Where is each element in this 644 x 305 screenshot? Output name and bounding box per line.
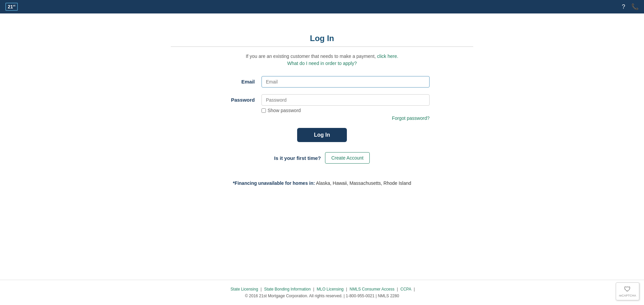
main-content: Log In If you are an existing customer t…: [0, 13, 644, 280]
divider: [171, 46, 473, 47]
password-row: Password Show password Forgot password?: [214, 94, 430, 121]
footer-links: State Licensing | State Bonding Informat…: [7, 287, 637, 292]
forgot-password-row: Forgot password?: [261, 115, 430, 121]
email-label: Email: [214, 76, 261, 84]
footer: State Licensing | State Bonding Informat…: [0, 280, 644, 305]
first-time-text: Is it your first time?: [274, 155, 321, 161]
login-button-row: Log In: [214, 128, 430, 142]
password-label: Password: [214, 94, 261, 103]
what-do-i-need-link[interactable]: What do I need in order to apply?: [287, 61, 357, 66]
footer-nmls-link[interactable]: NMLS Consumer Access: [350, 287, 394, 292]
page-title: Log In: [310, 34, 334, 43]
first-time-row: Is it your first time? Create Account: [214, 152, 430, 164]
email-row: Email: [214, 76, 430, 88]
recaptcha-label: reCAPTCHA: [619, 294, 636, 297]
email-input[interactable]: [261, 76, 430, 88]
footer-state-bonding-link[interactable]: State Bonding Information: [264, 287, 311, 292]
recaptcha-badge: 🛡 reCAPTCHA: [616, 282, 639, 300]
login-button[interactable]: Log In: [297, 128, 347, 142]
login-form: Email Password Show password Forgot pass…: [214, 76, 430, 193]
logo-box: 21st: [5, 3, 18, 11]
click-here-link[interactable]: click here.: [377, 54, 398, 59]
subtitle-text: If you are an existing customer that nee…: [246, 54, 398, 59]
logo-text: 21: [8, 4, 13, 9]
financing-states: Alaska, Hawaii, Massachusetts, Rhode Isl…: [316, 180, 411, 186]
footer-state-licensing-link[interactable]: State Licensing: [231, 287, 258, 292]
footer-copyright: © 2016 21st Mortgage Corporation. All ri…: [7, 294, 637, 298]
password-field-group: Show password Forgot password?: [261, 94, 430, 121]
email-field-group: [261, 76, 430, 88]
show-password-checkbox[interactable]: [261, 108, 266, 113]
footer-mlo-licensing-link[interactable]: MLO Licensing: [317, 287, 344, 292]
header-icons: ? 📞: [622, 3, 639, 10]
phone-icon[interactable]: 📞: [631, 3, 639, 10]
recaptcha-logo: 🛡: [624, 285, 631, 293]
password-input[interactable]: [261, 94, 430, 106]
financing-note: *Financing unavailable for homes in: Ala…: [214, 180, 430, 186]
help-icon[interactable]: ?: [622, 3, 625, 10]
header-logo: 21st: [5, 3, 18, 11]
create-account-button[interactable]: Create Account: [325, 152, 370, 164]
show-password-row: Show password: [261, 108, 430, 113]
show-password-label[interactable]: Show password: [268, 108, 301, 113]
financing-note-prefix: *Financing unavailable for homes in:: [233, 180, 315, 186]
forgot-password-link[interactable]: Forgot password?: [392, 115, 430, 121]
footer-ccpa-link[interactable]: CCPA: [400, 287, 411, 292]
header: 21st ? 📞: [0, 0, 644, 13]
